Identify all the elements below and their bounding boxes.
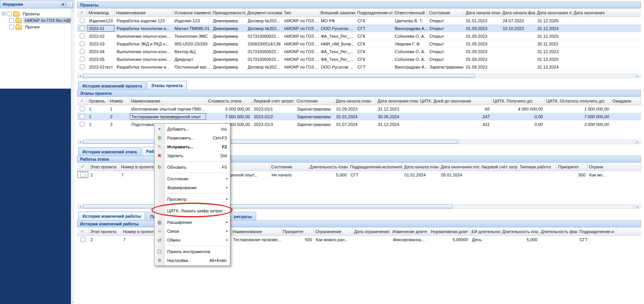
- column-header[interactable]: Уровень: [87, 97, 108, 105]
- tree-checkbox[interactable]: [9, 25, 14, 29]
- scroll-left-button[interactable]: ◄: [78, 205, 83, 208]
- column-header[interactable]: Дата окончания п: [535, 8, 572, 17]
- column-header[interactable]: ✓: [77, 227, 89, 235]
- h-scrollbar-track[interactable]: [83, 74, 635, 78]
- row-checkbox[interactable]: [80, 122, 85, 127]
- context-menu-item[interactable]: ∞Связи►: [154, 227, 230, 235]
- collapse-icon[interactable]: «: [67, 2, 73, 7]
- table-row[interactable]: 2023-04Выполнение опытно-конс...Вектор-А…: [77, 48, 641, 55]
- table-row[interactable]: 2023-01тестРазработка технологии и...Пос…: [77, 63, 641, 71]
- column-header[interactable]: Дата начала план: [334, 97, 376, 105]
- row-checkbox[interactable]: [80, 34, 85, 39]
- column-header[interactable]: ЦИТК. Осталось получить д/с: [545, 97, 611, 105]
- table-row[interactable]: 2023-05Выполнение опытно-конс...Дреднаут…: [77, 55, 641, 63]
- table-row[interactable]: 11Изготовление опытной партии ПМ0...5 00…: [77, 105, 641, 113]
- column-header[interactable]: Ограничение: [314, 227, 352, 235]
- context-menu-item[interactable]: ⇄Обмен►: [154, 235, 230, 244]
- tree-checkbox[interactable]: [7, 12, 12, 16]
- column-header[interactable]: Подразделение-от: [356, 8, 393, 17]
- scroll-right-button[interactable]: ►: [635, 140, 640, 144]
- column-header[interactable]: Длительность пла: [501, 227, 539, 235]
- row-checkbox[interactable]: [80, 106, 85, 111]
- column-header[interactable]: ✓: [77, 163, 89, 171]
- column-header[interactable]: Ответственный: [393, 8, 428, 17]
- h-scrollbar[interactable]: ◄►: [77, 74, 641, 78]
- scroll-thumb[interactable]: [83, 140, 458, 144]
- column-header[interactable]: ✓: [77, 8, 87, 17]
- column-header[interactable]: Дата начала план.: [464, 8, 501, 17]
- scroll-left-button[interactable]: ◄: [78, 74, 83, 78]
- context-menu-item[interactable]: ↻ОбновитьF5: [154, 163, 230, 171]
- column-header[interactable]: Принадлежность: [211, 8, 246, 17]
- column-header[interactable]: Приоритет: [557, 163, 587, 171]
- grid-icon[interactable]: ▦: [60, 2, 66, 7]
- column-header[interactable]: Номер: [108, 97, 129, 105]
- row-checkbox[interactable]: [80, 26, 85, 31]
- tree-item-niokr[interactable]: НИОКР по ГОЗ без НДС: [0, 17, 71, 24]
- tab-stages[interactable]: Этапы проекта: [147, 81, 187, 90]
- row-checkbox[interactable]: [80, 64, 85, 69]
- column-header[interactable]: ЦИТК. Дней до окончания: [418, 97, 491, 105]
- column-header[interactable]: Этап проекта: [89, 163, 119, 171]
- sidebar-v-scrollbar[interactable]: ▲ ▼: [71, 8, 74, 304]
- row-checkbox[interactable]: [80, 49, 85, 54]
- column-header[interactable]: Длительность план▼: [308, 163, 349, 171]
- context-menu-item[interactable]: ⊞Размножить...Ctrl+F3: [154, 133, 230, 142]
- column-header[interactable]: Этап проекта: [89, 227, 121, 235]
- context-menu-item[interactable]: ☐Панель инструментов: [154, 247, 230, 256]
- table-row[interactable]: 2023-01Разработка технологии и...Магнит …: [77, 25, 641, 32]
- table-row[interactable]: Изделие123Разработка изделия 123Изделие-…: [77, 17, 641, 25]
- table-row[interactable]: 2023-03Разработка ЭКД и РКД н...905-U020…: [77, 40, 641, 48]
- column-header[interactable]: Лицевой счёт затр: [480, 163, 518, 171]
- column-header[interactable]: Дата начала план.: [402, 163, 439, 171]
- tab-project-history[interactable]: История изменений проекта: [78, 81, 146, 90]
- row-checkbox[interactable]: [80, 41, 85, 46]
- column-header[interactable]: Документ-основани: [246, 8, 282, 17]
- column-header[interactable]: Дата начала факт: [501, 8, 535, 17]
- tree-item-projects[interactable]: Проекты: [0, 10, 71, 17]
- scroll-left-button[interactable]: ◄: [78, 140, 83, 144]
- column-header[interactable]: Длительность фак: [539, 227, 578, 235]
- column-header[interactable]: ЕИ длительности: [470, 227, 501, 235]
- table-row[interactable]: 12Тестирование произведенной опыт7 000 0…: [77, 113, 641, 121]
- column-header[interactable]: Изменение длите: [391, 227, 429, 235]
- column-header[interactable]: Мнемокод: [87, 8, 115, 17]
- tree-checkbox[interactable]: [9, 18, 14, 23]
- column-header[interactable]: Нормативная длит: [429, 227, 470, 235]
- tree-expander-icon[interactable]: [2, 12, 5, 15]
- context-menu-item[interactable]: ⚙Настройки...Alt+Enter: [154, 256, 230, 265]
- column-header[interactable]: Наименование: [115, 8, 173, 17]
- table-row[interactable]: 2023-02Выполнение опытно-конс...Технолог…: [77, 32, 641, 40]
- column-header[interactable]: Номер в проекте: [121, 227, 158, 235]
- column-header[interactable]: Состояние: [295, 97, 334, 105]
- column-header[interactable]: Наименование: [231, 227, 281, 235]
- column-header[interactable]: ✓: [77, 97, 87, 105]
- column-header[interactable]: Дата окончания план: [376, 97, 418, 105]
- row-checkbox[interactable]: [80, 114, 85, 119]
- context-menu-item[interactable]: ✖УдалитьDel: [154, 151, 230, 160]
- context-menu-item[interactable]: ▦Расширения►: [154, 218, 230, 227]
- column-header[interactable]: Ограни: [587, 163, 641, 171]
- column-header[interactable]: Номер в проекте: [119, 163, 154, 171]
- column-header[interactable]: Дата ограничения: [352, 227, 391, 235]
- context-menu-item[interactable]: Просмотр►: [154, 195, 230, 203]
- row-checkbox[interactable]: [80, 57, 85, 62]
- scroll-thumb[interactable]: [83, 205, 453, 208]
- column-header[interactable]: Тип: [282, 8, 319, 17]
- context-menu-item[interactable]: Формирование►: [154, 183, 230, 192]
- scroll-right-button[interactable]: ►: [635, 205, 640, 208]
- context-menu-item[interactable]: ✎Исправить...F2: [154, 142, 230, 151]
- column-header[interactable]: Условное наименова: [173, 8, 211, 17]
- tree-item-other[interactable]: Прочее: [0, 24, 71, 30]
- scroll-up-icon[interactable]: ▲: [71, 8, 74, 12]
- column-header[interactable]: Состояние: [270, 163, 308, 171]
- column-header[interactable]: ЦИТК. Получено д/с: [491, 97, 545, 105]
- column-header[interactable]: Внешний заказчик: [319, 8, 356, 17]
- row-checkbox[interactable]: [80, 172, 86, 177]
- row-checkbox[interactable]: [80, 18, 85, 23]
- row-checkbox[interactable]: [80, 237, 86, 242]
- tab-work-history[interactable]: История изменений работы: [78, 212, 145, 220]
- column-header[interactable]: Дата окончания: [572, 8, 607, 17]
- context-menu-item[interactable]: ЦИТК. Указать шифр затрат...: [154, 206, 230, 215]
- column-header[interactable]: Состояние: [428, 8, 464, 17]
